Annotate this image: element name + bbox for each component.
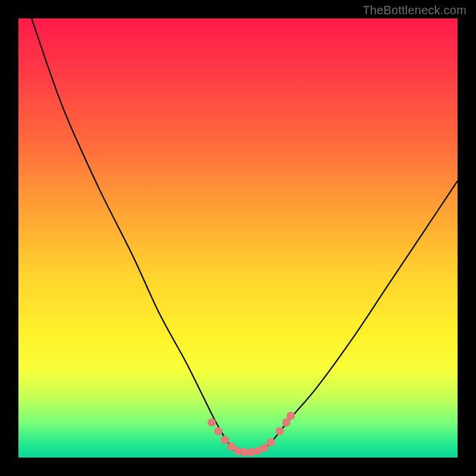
- marker-dot: [221, 436, 229, 444]
- marker-dot: [208, 418, 216, 427]
- marker-dot: [214, 427, 223, 436]
- marker-dot: [275, 427, 284, 436]
- bottleneck-curve: [32, 18, 458, 454]
- marker-dot: [267, 438, 275, 446]
- marker-dot: [260, 444, 268, 452]
- bottleneck-chart-svg: [18, 18, 458, 458]
- chart-frame: TheBottleneck.com: [0, 0, 476, 476]
- highlight-markers: [208, 412, 295, 456]
- plot-area: [18, 18, 458, 458]
- marker-dot: [287, 412, 295, 420]
- watermark-label: TheBottleneck.com: [362, 4, 466, 17]
